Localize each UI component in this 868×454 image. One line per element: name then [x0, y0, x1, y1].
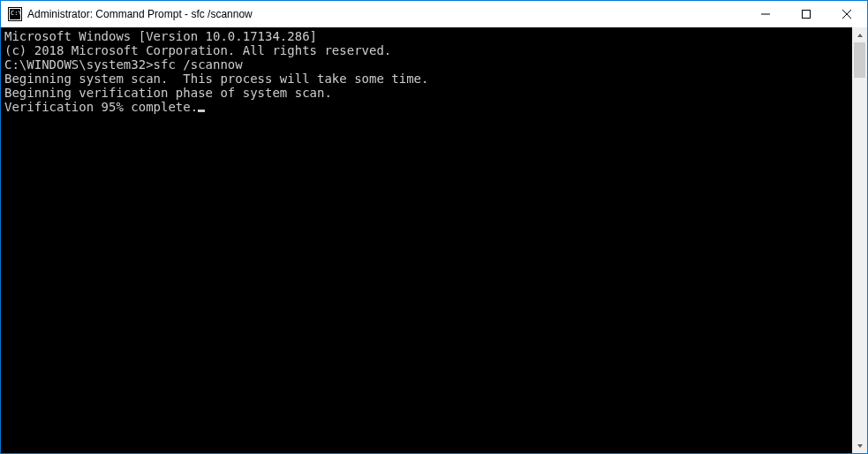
scroll-down-button[interactable]	[852, 438, 867, 453]
console-output[interactable]: Microsoft Windows [Version 10.0.17134.28…	[1, 27, 852, 453]
svg-marker-9	[857, 444, 863, 448]
vertical-scrollbar[interactable]	[852, 27, 867, 453]
close-button[interactable]	[826, 1, 867, 27]
output-line: C:\WINDOWS\system32>sfc /scannow	[4, 57, 849, 72]
svg-text:C:\: C:\	[11, 10, 22, 17]
output-line: (c) 2018 Microsoft Corporation. All righ…	[4, 43, 849, 57]
output-line: Microsoft Windows [Version 10.0.17134.28…	[4, 29, 849, 43]
console-area: Microsoft Windows [Version 10.0.17134.28…	[1, 27, 867, 453]
svg-rect-5	[803, 11, 811, 19]
cursor-icon	[198, 110, 205, 112]
window-controls	[745, 1, 867, 27]
command-prompt-window: C:\ Administrator: Command Prompt - sfc …	[0, 0, 868, 454]
scroll-up-button[interactable]	[852, 27, 867, 42]
svg-marker-8	[857, 34, 863, 37]
output-line: Beginning system scan. This process will…	[4, 72, 849, 86]
output-line: Beginning verification phase of system s…	[4, 86, 849, 100]
titlebar[interactable]: C:\ Administrator: Command Prompt - sfc …	[1, 1, 867, 27]
cmd-icon: C:\	[8, 7, 22, 21]
output-line: Verification 95% complete.	[4, 100, 849, 114]
minimize-button[interactable]	[745, 1, 786, 27]
scrollbar-track[interactable]	[852, 42, 867, 438]
maximize-button[interactable]	[786, 1, 826, 27]
prompt-path: C:\WINDOWS\system32>	[4, 57, 154, 72]
prompt-command: sfc /scannow	[154, 57, 243, 72]
verify-progress-text: Verification 95% complete.	[4, 100, 198, 114]
window-title: Administrator: Command Prompt - sfc /sca…	[27, 8, 745, 20]
scrollbar-thumb[interactable]	[854, 42, 865, 78]
